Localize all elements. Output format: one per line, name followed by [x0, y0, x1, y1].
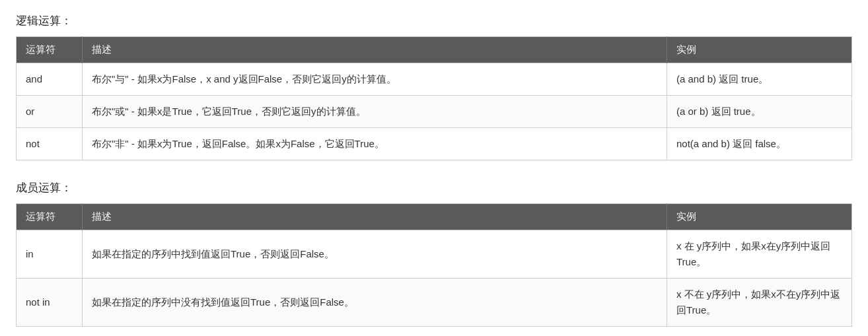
description-cell: 布尔"或" - 如果x是True，它返回True，否则它返回y的计算值。 [83, 96, 667, 128]
table-row: or 布尔"或" - 如果x是True，它返回True，否则它返回y的计算值。 … [17, 96, 852, 128]
operator-cell: or [17, 96, 83, 128]
logic-col-header-description: 描述 [83, 37, 667, 63]
description-cell: 布尔"与" - 如果x为False，x and y返回False，否则它返回y的… [83, 63, 667, 96]
example-cell: not(a and b) 返回 false。 [667, 128, 852, 160]
member-table-header-row: 运算符 描述 实例 [17, 204, 852, 230]
logic-section: 逻辑运算： 运算符 描述 实例 and 布尔"与" - 如果x为False，x … [16, 13, 852, 160]
member-section: 成员运算： 运算符 描述 实例 in 如果在指定的序列中找到值返回True，否则… [16, 180, 852, 327]
logic-table-header-row: 运算符 描述 实例 [17, 37, 852, 63]
table-row: not in 如果在指定的序列中没有找到值返回True，否则返回False。 x… [17, 279, 852, 327]
example-cell: x 不在 y序列中，如果x不在y序列中返回True。 [667, 279, 852, 327]
description-cell: 布尔"非" - 如果x为True，返回False。如果x为False，它返回Tr… [83, 128, 667, 160]
logic-col-header-operator: 运算符 [17, 37, 83, 63]
description-cell: 如果在指定的序列中没有找到值返回True，否则返回False。 [83, 279, 667, 327]
member-section-title: 成员运算： [16, 180, 852, 195]
member-table: 运算符 描述 实例 in 如果在指定的序列中找到值返回True，否则返回Fals… [16, 203, 852, 327]
table-row: and 布尔"与" - 如果x为False，x and y返回False，否则它… [17, 63, 852, 96]
operator-cell: in [17, 230, 83, 279]
example-cell: (a or b) 返回 true。 [667, 96, 852, 128]
operator-cell: and [17, 63, 83, 96]
logic-col-header-example: 实例 [667, 37, 852, 63]
operator-cell: not in [17, 279, 83, 327]
logic-table: 运算符 描述 实例 and 布尔"与" - 如果x为False，x and y返… [16, 36, 852, 160]
example-cell: x 在 y序列中，如果x在y序列中返回True。 [667, 230, 852, 279]
logic-section-title: 逻辑运算： [16, 13, 852, 28]
table-row: not 布尔"非" - 如果x为True，返回False。如果x为False，它… [17, 128, 852, 160]
description-cell: 如果在指定的序列中找到值返回True，否则返回False。 [83, 230, 667, 279]
example-cell: (a and b) 返回 true。 [667, 63, 852, 96]
member-col-header-example: 实例 [667, 204, 852, 230]
member-col-header-description: 描述 [83, 204, 667, 230]
member-col-header-operator: 运算符 [17, 204, 83, 230]
table-row: in 如果在指定的序列中找到值返回True，否则返回False。 x 在 y序列… [17, 230, 852, 279]
operator-cell: not [17, 128, 83, 160]
